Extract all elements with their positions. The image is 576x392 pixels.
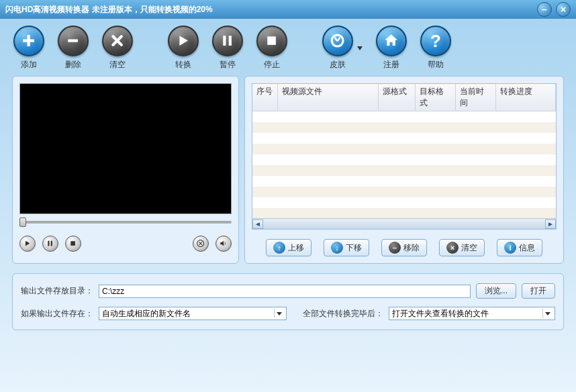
file-list-panel: 序号 视频源文件 源格式 目标格式 当前时间 转换进度 ◄ ► ↑上移 ↓下移 …	[244, 76, 564, 264]
main-toolbar: 添加 删除 清空 转换 暂停 停止 皮肤	[0, 19, 576, 76]
col-dstfmt[interactable]: 目标格式	[416, 84, 456, 111]
x-icon	[102, 26, 133, 56]
output-dir-label: 输出文件存放目录：	[21, 285, 93, 297]
window-title: 闪电HD高清视频转换器 未注册版本，只能转换视频的20%	[5, 4, 537, 15]
arrow-down-icon: ↓	[331, 242, 343, 254]
col-srcfmt[interactable]: 源格式	[379, 84, 416, 111]
svg-rect-7	[48, 241, 50, 246]
if-exists-label: 如果输出文件存在：	[21, 308, 93, 320]
output-settings-panel: 输出文件存放目录： 浏览... 打开 如果输出文件存在： 自动生成相应的新文件名…	[12, 273, 564, 330]
svg-rect-1	[23, 40, 35, 42]
stop-button[interactable]: 停止	[256, 26, 287, 70]
output-dir-input[interactable]	[99, 285, 471, 298]
open-button[interactable]: 打开	[522, 283, 555, 299]
register-button[interactable]: 注册	[376, 26, 407, 70]
video-preview-panel	[12, 76, 239, 264]
info-button[interactable]: i信息	[497, 239, 542, 256]
after-done-combo[interactable]: 打开文件夹查看转换的文件	[389, 307, 555, 320]
help-icon: ?	[420, 26, 451, 56]
remove-item-button[interactable]: –移除	[381, 239, 427, 256]
home-icon	[376, 26, 407, 56]
chevron-down-icon	[542, 309, 552, 318]
player-pause-button[interactable]	[42, 236, 58, 252]
clear-list-button[interactable]: ×清空	[439, 239, 485, 256]
x-icon: ×	[446, 242, 459, 254]
svg-rect-2	[68, 40, 79, 42]
col-curtime[interactable]: 当前时间	[456, 84, 496, 111]
move-down-button[interactable]: ↓下移	[324, 239, 369, 256]
file-table: 序号 视频源文件 源格式 目标格式 当前时间 转换进度 ◄ ►	[252, 83, 557, 230]
svg-rect-9	[71, 242, 76, 246]
if-exists-combo[interactable]: 自动生成相应的新文件名	[99, 307, 287, 320]
skin-dropdown-arrow[interactable]	[357, 46, 363, 50]
stop-icon	[256, 26, 287, 56]
player-controls	[19, 236, 232, 252]
arrow-up-icon: ↑	[273, 242, 285, 254]
pause-button[interactable]: 暂停	[212, 26, 243, 70]
pause-icon	[212, 26, 243, 56]
minimize-button[interactable]: –	[537, 2, 552, 17]
svg-rect-5	[268, 37, 277, 46]
seek-slider[interactable]	[19, 218, 232, 226]
play-icon	[168, 26, 199, 56]
minus-icon: –	[389, 242, 401, 254]
video-preview	[19, 83, 232, 214]
svg-rect-4	[229, 36, 232, 46]
chevron-down-icon	[274, 309, 283, 318]
plus-icon	[13, 26, 44, 56]
player-cancel-button[interactable]	[193, 236, 209, 252]
move-up-button[interactable]: ↑上移	[266, 239, 311, 256]
player-stop-button[interactable]	[65, 236, 81, 252]
add-button[interactable]: 添加	[13, 26, 44, 70]
player-play-button[interactable]	[19, 236, 36, 252]
info-icon: i	[504, 242, 516, 254]
title-bar: 闪电HD高清视频转换器 未注册版本，只能转换视频的20% – ×	[0, 0, 576, 19]
skin-button[interactable]: 皮肤	[322, 26, 353, 70]
svg-rect-8	[51, 241, 52, 246]
col-source[interactable]: 视频源文件	[278, 84, 379, 111]
window-controls: – ×	[537, 2, 571, 17]
player-volume-button[interactable]	[215, 236, 232, 252]
horizontal-scrollbar[interactable]: ◄ ►	[252, 218, 556, 229]
clear-button[interactable]: 清空	[102, 26, 133, 70]
close-button[interactable]: ×	[556, 2, 571, 17]
svg-rect-3	[224, 36, 226, 46]
help-button[interactable]: ? 帮助	[420, 26, 451, 70]
col-progress[interactable]: 转换进度	[496, 84, 556, 111]
skin-icon	[322, 26, 353, 56]
list-actions: ↑上移 ↓下移 –移除 ×清空 i信息	[252, 239, 557, 256]
scroll-right-button[interactable]: ►	[545, 219, 556, 229]
remove-button[interactable]: 删除	[58, 26, 89, 70]
convert-button[interactable]: 转换	[168, 26, 199, 70]
minus-icon	[58, 26, 89, 56]
table-header: 序号 视频源文件 源格式 目标格式 当前时间 转换进度	[252, 84, 556, 111]
scroll-left-button[interactable]: ◄	[252, 219, 263, 229]
slider-thumb[interactable]	[19, 217, 26, 227]
browse-button[interactable]: 浏览...	[476, 283, 516, 299]
after-done-label: 全部文件转换完毕后：	[303, 308, 383, 320]
col-seq[interactable]: 序号	[252, 84, 278, 111]
table-body[interactable]	[252, 111, 556, 218]
